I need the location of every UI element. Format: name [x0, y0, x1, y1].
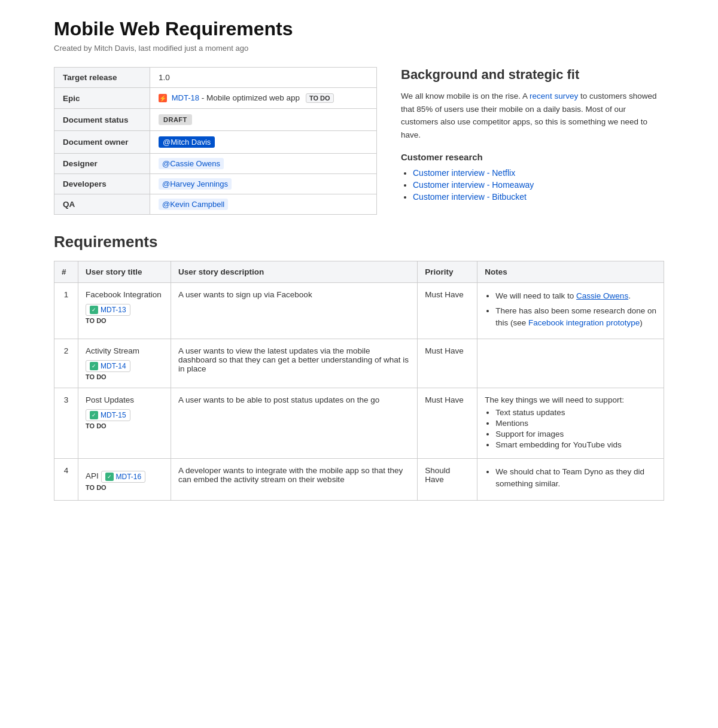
mdt13-link[interactable]: MDT-13 — [101, 306, 126, 314]
requirements-table: # User story title User story descriptio… — [54, 261, 664, 500]
mdt15-link[interactable]: MDT-15 — [101, 411, 126, 419]
notes-sublist-3: Text status updates Mentions Support for… — [485, 408, 656, 449]
story-title-facebook: Facebook Integration — [86, 290, 162, 299]
row-notes-3: The key things we will need to support: … — [477, 388, 664, 459]
notes-item: Support for images — [495, 430, 656, 438]
row-notes-4: We should chat to Team Dyno as they did … — [477, 459, 664, 501]
meta-value-qa: @Kevin Campbell — [150, 194, 377, 215]
story-todo-2: TO DO — [86, 373, 163, 380]
epic-icon — [159, 94, 167, 102]
story-todo-4: TO DO — [86, 484, 163, 491]
notes-item: Mentions — [495, 419, 656, 428]
mdt16-link[interactable]: MDT-16 — [116, 473, 142, 481]
story-badge-icon: ✓ — [90, 362, 98, 370]
research-link-netflix[interactable]: Customer interview - Netflix — [413, 168, 515, 178]
epic-label: - Mobile optimized web app — [202, 93, 300, 102]
survey-link[interactable]: recent survey — [530, 92, 578, 100]
meta-row-doc-owner: Document owner @Mitch Davis — [54, 131, 377, 154]
meta-label-designer: Designer — [54, 154, 150, 174]
designer-mention[interactable]: @Cassie Owens — [159, 158, 224, 169]
meta-row-epic: Epic MDT-18 - Mobile optimized web app T… — [54, 88, 377, 109]
meta-label-doc-owner: Document owner — [54, 131, 150, 154]
notes-item: Text status updates — [495, 408, 656, 417]
row-priority-3: Must Have — [418, 388, 477, 459]
notes-item: We will need to talk to Cassie Owens. — [495, 290, 656, 302]
owner-mention[interactable]: @Mitch Davis — [159, 136, 215, 148]
row-notes-1: We will need to talk to Cassie Owens. Th… — [477, 283, 664, 339]
story-title-activity: Activity Stream — [86, 346, 139, 355]
fb-proto-link[interactable]: Facebook integration prototype — [528, 318, 640, 327]
notes-intro-3: The key things we will need to support: — [485, 395, 624, 404]
row-priority-4: Should Have — [418, 459, 477, 501]
col-priority: Priority — [418, 261, 477, 283]
mdt14-link[interactable]: MDT-14 — [101, 362, 126, 370]
row-priority-2: Must Have — [418, 339, 477, 388]
page-title: Mobile Web Requirements — [54, 18, 664, 40]
col-story-title: User story title — [78, 261, 171, 283]
research-link-bitbucket[interactable]: Customer interview - Bitbucket — [413, 192, 527, 202]
list-item: Customer interview - Bitbucket — [413, 192, 664, 202]
story-badge-icon: ✓ — [90, 411, 98, 419]
story-badge-mdt13: ✓ MDT-13 — [86, 304, 130, 316]
page-subtitle: Created by Mitch Davis, last modified ju… — [54, 44, 664, 53]
cassie-link[interactable]: Cassie Owens — [576, 291, 628, 300]
meta-row-developers: Developers @Harvey Jennings — [54, 174, 377, 194]
research-links-list: Customer interview - Netflix Customer in… — [401, 168, 664, 202]
meta-label-developers: Developers — [54, 174, 150, 194]
row-desc-2: A user wants to view the latest updates … — [171, 339, 418, 388]
draft-badge: DRAFT — [159, 114, 192, 125]
developer-mention[interactable]: @Harvey Jennings — [159, 178, 232, 190]
top-section: Target release 1.0 Epic MDT-18 - Mobile … — [54, 67, 664, 215]
story-todo-1: TO DO — [86, 317, 163, 324]
meta-label-doc-status: Document status — [54, 109, 150, 131]
meta-value-doc-status: DRAFT — [150, 109, 377, 131]
story-todo-3: TO DO — [86, 422, 163, 430]
row-title-3: Post Updates ✓ MDT-15 TO DO — [78, 388, 171, 459]
table-row: 3 Post Updates ✓ MDT-15 TO DO A user wan… — [54, 388, 664, 459]
research-link-homeaway[interactable]: Customer interview - Homeaway — [413, 180, 534, 190]
story-badge-icon: ✓ — [90, 306, 98, 314]
col-story-desc: User story description — [171, 261, 418, 283]
meta-value-developers: @Harvey Jennings — [150, 174, 377, 194]
meta-value-target-release: 1.0 — [150, 68, 377, 88]
meta-row-qa: QA @Kevin Campbell — [54, 194, 377, 215]
notes-item: There has also been some research done o… — [495, 305, 656, 330]
meta-value-doc-owner: @Mitch Davis — [150, 131, 377, 154]
notes-list-4: We should chat to Team Dyno as they did … — [485, 466, 656, 491]
meta-value-designer: @Cassie Owens — [150, 154, 377, 174]
row-desc-4: A developer wants to integrate with the … — [171, 459, 418, 501]
table-row: 4 API ✓ MDT-16 TO DO A developer wants t… — [54, 459, 664, 501]
background-panel: Background and strategic fit We all know… — [401, 67, 664, 215]
row-desc-1: A user wants to sign up via Facebook — [171, 283, 418, 339]
epic-todo-badge: TO DO — [306, 93, 334, 103]
meta-row-designer: Designer @Cassie Owens — [54, 154, 377, 174]
row-desc-3: A user wants to be able to post status u… — [171, 388, 418, 459]
row-notes-2 — [477, 339, 664, 388]
table-row: 1 Facebook Integration ✓ MDT-13 TO DO A … — [54, 283, 664, 339]
notes-item: Smart embedding for YouTube vids — [495, 440, 656, 449]
row-num-1: 1 — [54, 283, 78, 339]
meta-label-epic: Epic — [54, 88, 150, 109]
story-badge-mdt14: ✓ MDT-14 — [86, 360, 130, 372]
table-header-row: # User story title User story descriptio… — [54, 261, 664, 283]
epic-link[interactable]: MDT-18 — [172, 93, 199, 102]
list-item: Customer interview - Homeaway — [413, 180, 664, 190]
research-heading: Customer research — [401, 152, 664, 162]
row-title-4: API ✓ MDT-16 TO DO — [78, 459, 171, 501]
col-number: # — [54, 261, 78, 283]
qa-mention[interactable]: @Kevin Campbell — [159, 199, 228, 210]
row-priority-1: Must Have — [418, 283, 477, 339]
meta-label-target-release: Target release — [54, 68, 150, 88]
row-num-2: 2 — [54, 339, 78, 388]
meta-row-target-release: Target release 1.0 — [54, 68, 377, 88]
background-body: We all know mobile is on the rise. A rec… — [401, 90, 664, 141]
story-title-api: API — [86, 471, 99, 480]
notes-list-1: We will need to talk to Cassie Owens. Th… — [485, 290, 656, 329]
background-heading: Background and strategic fit — [401, 67, 664, 83]
row-num-3: 3 — [54, 388, 78, 459]
notes-item: We should chat to Team Dyno as they did … — [495, 466, 656, 491]
row-num-4: 4 — [54, 459, 78, 501]
story-title-post: Post Updates — [86, 395, 134, 404]
story-badge-mdt16: ✓ MDT-16 — [101, 471, 146, 483]
meta-row-doc-status: Document status DRAFT — [54, 109, 377, 131]
